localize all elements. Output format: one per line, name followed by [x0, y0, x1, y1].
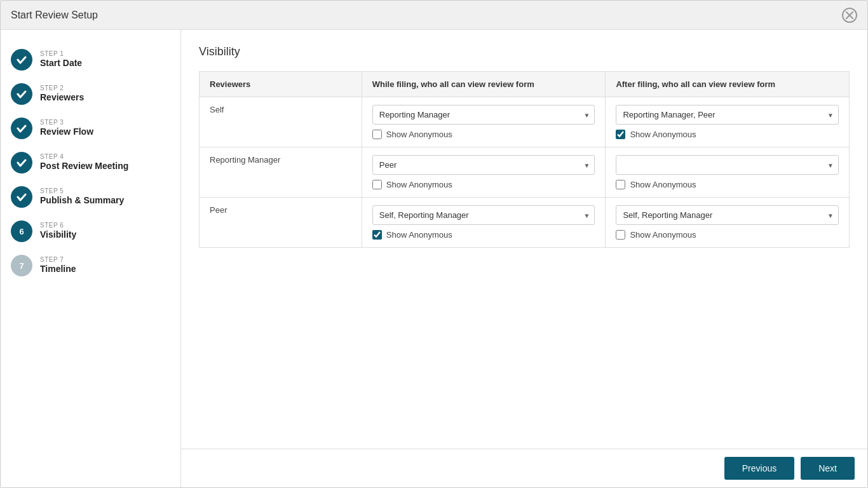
dropdown-wrapper-while-2: Self, Reporting Manager▼	[372, 205, 595, 225]
after-filing-cell-0: Reporting Manager, Peer▼Show Anonymous	[606, 97, 850, 147]
after-filing-cell-1: ▼Show Anonymous	[606, 147, 850, 198]
show-anonymous-checkbox-after-2[interactable]	[616, 230, 625, 240]
reviewer-name-2: Peer	[210, 200, 227, 215]
footer: Previous Next	[181, 449, 867, 487]
next-button[interactable]: Next	[801, 457, 855, 480]
previous-button[interactable]: Previous	[724, 457, 794, 480]
col-header-after-filing: After filing, who all can view review fo…	[606, 72, 850, 97]
step-name-2: Reviewers	[40, 92, 84, 102]
reviewer-name-1: Reporting Manager	[210, 150, 280, 165]
sidebar-step-3[interactable]: STEP 3Review Flow	[11, 111, 170, 146]
modal-body: STEP 1Start DateSTEP 2ReviewersSTEP 3Rev…	[1, 30, 867, 487]
show-anonymous-checkbox-after-0[interactable]	[616, 130, 625, 139]
show-anonymous-label-after-0: Show Anonymous	[630, 130, 696, 139]
step-circle-3	[11, 118, 32, 139]
sidebar-step-1[interactable]: STEP 1Start Date	[11, 43, 170, 77]
dropdown-while-0[interactable]: Reporting Manager	[372, 105, 595, 125]
reviewer-cell-1: Reporting Manager	[200, 147, 362, 198]
step-label-1: STEP 1	[40, 50, 82, 57]
table-row: PeerSelf, Reporting Manager▼Show Anonymo…	[200, 198, 850, 248]
show-anonymous-label-after-2: Show Anonymous	[630, 230, 696, 240]
step-circle-2	[11, 83, 32, 105]
show-anonymous-checkbox-while-2[interactable]	[372, 230, 382, 240]
after-filing-cell-2: Self, Reporting Manager▼Show Anonymous	[606, 198, 850, 248]
while-filing-cell-0: Reporting Manager▼Show Anonymous	[362, 97, 606, 147]
show-anonymous-label-while-1: Show Anonymous	[386, 180, 452, 189]
step-name-7: Timeline	[40, 264, 76, 274]
step-label-3: STEP 3	[40, 119, 93, 126]
dropdown-after-2[interactable]: Self, Reporting Manager	[616, 205, 839, 225]
close-button[interactable]	[842, 8, 857, 23]
sidebar-step-6[interactable]: 6STEP 6Visibility	[11, 214, 170, 248]
col-header-while-filing: While filing, who all can view review fo…	[362, 72, 606, 97]
section-title: Visibility	[199, 45, 850, 58]
show-anonymous-checkbox-while-1[interactable]	[372, 180, 382, 189]
dropdown-while-2[interactable]: Self, Reporting Manager	[372, 205, 595, 225]
dropdown-wrapper-after-2: Self, Reporting Manager▼	[616, 205, 839, 225]
step-circle-4	[11, 152, 32, 173]
sidebar-step-5[interactable]: STEP 5Publish & Summary	[11, 180, 170, 214]
step-name-1: Start Date	[40, 58, 82, 68]
modal-container: Start Review Setup STEP 1Start DateSTEP …	[0, 0, 868, 488]
step-circle-6: 6	[11, 220, 32, 242]
reviewer-name-0: Self	[210, 100, 224, 114]
step-circle-7: 7	[11, 255, 32, 276]
dropdown-wrapper-while-1: Peer▼	[372, 155, 595, 175]
step-label-7: STEP 7	[40, 256, 76, 263]
step-label-6: STEP 6	[40, 222, 76, 229]
main-content: Visibility Reviewers While filing, who a…	[181, 30, 867, 487]
content-area: Visibility Reviewers While filing, who a…	[181, 30, 867, 449]
sidebar-step-4[interactable]: STEP 4Post Review Meeting	[11, 146, 170, 180]
col-header-reviewers: Reviewers	[200, 72, 362, 97]
step-name-4: Post Review Meeting	[40, 161, 128, 171]
step-name-6: Visibility	[40, 229, 76, 240]
show-anonymous-label-after-1: Show Anonymous	[630, 180, 696, 189]
step-name-3: Review Flow	[40, 126, 93, 137]
dropdown-after-1[interactable]	[616, 155, 839, 175]
dropdown-while-1[interactable]: Peer	[372, 155, 595, 175]
dropdown-after-0[interactable]: Reporting Manager, Peer	[616, 105, 839, 125]
table-row: Reporting ManagerPeer▼Show Anonymous▼Sho…	[200, 147, 850, 198]
step-label-5: STEP 5	[40, 187, 124, 194]
table-row: SelfReporting Manager▼Show AnonymousRepo…	[200, 97, 850, 147]
modal-title: Start Review Setup	[11, 10, 98, 21]
modal-header: Start Review Setup	[1, 1, 867, 30]
step-label-2: STEP 2	[40, 85, 84, 92]
dropdown-wrapper-while-0: Reporting Manager▼	[372, 105, 595, 125]
dropdown-wrapper-after-1: ▼	[616, 155, 839, 175]
sidebar: STEP 1Start DateSTEP 2ReviewersSTEP 3Rev…	[1, 30, 181, 487]
show-anonymous-checkbox-while-0[interactable]	[372, 130, 382, 139]
dropdown-wrapper-after-0: Reporting Manager, Peer▼	[616, 105, 839, 125]
sidebar-step-7[interactable]: 7STEP 7Timeline	[11, 248, 170, 283]
step-circle-5	[11, 186, 32, 208]
step-name-5: Publish & Summary	[40, 195, 124, 205]
show-anonymous-label-while-0: Show Anonymous	[386, 130, 452, 139]
reviewer-cell-0: Self	[200, 97, 362, 147]
visibility-table: Reviewers While filing, who all can view…	[199, 71, 850, 248]
while-filing-cell-2: Self, Reporting Manager▼Show Anonymous	[362, 198, 606, 248]
reviewer-cell-2: Peer	[200, 198, 362, 248]
show-anonymous-checkbox-after-1[interactable]	[616, 180, 625, 189]
while-filing-cell-1: Peer▼Show Anonymous	[362, 147, 606, 198]
show-anonymous-label-while-2: Show Anonymous	[386, 230, 452, 240]
sidebar-step-2[interactable]: STEP 2Reviewers	[11, 77, 170, 111]
step-circle-1	[11, 49, 32, 71]
step-label-4: STEP 4	[40, 153, 128, 160]
